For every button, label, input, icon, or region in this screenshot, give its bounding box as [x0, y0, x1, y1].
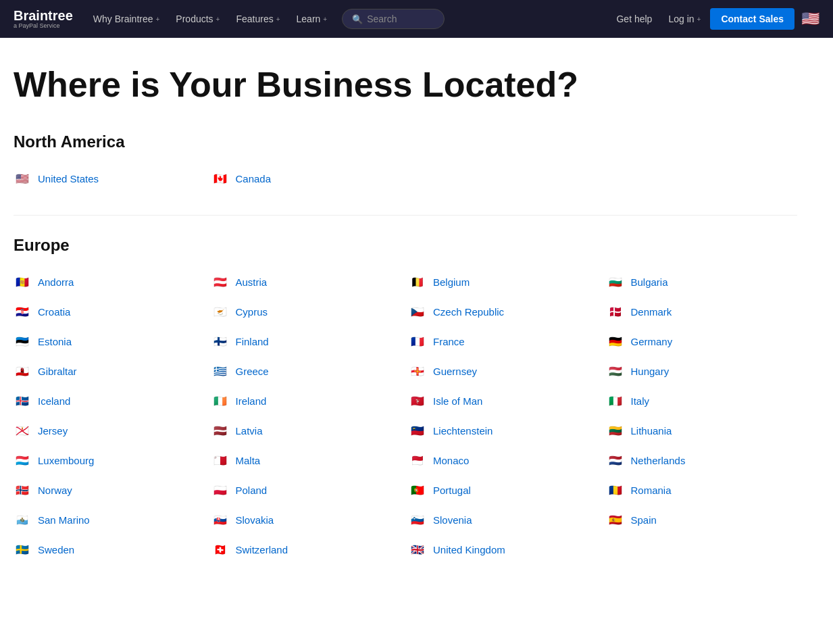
country-name-link[interactable]: Liechtenstein — [433, 425, 493, 437]
list-item[interactable]: 🇫🇷France — [409, 333, 600, 351]
country-name-link[interactable]: Guernsey — [433, 366, 477, 377]
list-item[interactable]: 🇨🇭Switzerland — [211, 541, 403, 559]
country-name-link[interactable]: Portugal — [433, 485, 471, 496]
list-item[interactable]: 🇦🇩Andorra — [14, 274, 205, 291]
list-item[interactable]: 🇸🇲San Marino — [14, 512, 205, 529]
list-item[interactable]: 🇩🇰Denmark — [607, 303, 798, 321]
list-item[interactable]: 🇪🇸Spain — [607, 512, 798, 529]
country-name-link[interactable]: Poland — [236, 485, 268, 496]
list-item[interactable]: 🇸🇪Sweden — [14, 541, 205, 559]
list-item[interactable]: 🇧🇬Bulgaria — [607, 274, 798, 291]
country-name-link[interactable]: Malta — [236, 455, 261, 466]
country-flag-icon: 🇨🇾 — [211, 303, 229, 321]
list-item[interactable]: 🇵🇹Portugal — [409, 482, 600, 499]
list-item[interactable]: 🇦🇹Austria — [211, 274, 403, 291]
country-name-link[interactable]: Romania — [631, 485, 672, 496]
list-item[interactable]: 🇩🇪Germany — [607, 333, 798, 351]
country-name-link[interactable]: Estonia — [38, 336, 72, 347]
country-flag-icon: 🇮🇸 — [14, 393, 31, 410]
list-item[interactable]: 🇬🇬Guernsey — [409, 363, 600, 380]
country-name-link[interactable]: Germany — [631, 336, 673, 347]
country-name-link[interactable]: Austria — [236, 276, 268, 288]
country-name-link[interactable]: United Kingdom — [433, 544, 505, 555]
country-flag-icon: 🇩🇰 — [607, 303, 624, 321]
list-item[interactable]: 🇪🇪Estonia — [14, 333, 205, 351]
country-name-link[interactable]: Cyprus — [236, 306, 268, 318]
braintree-logo[interactable]: Braintree a PayPal Service — [14, 9, 73, 30]
country-name-link[interactable]: Monaco — [433, 455, 469, 466]
nav-products[interactable]: Products + — [169, 0, 226, 38]
list-item[interactable]: 🇸🇰Slovakia — [211, 512, 403, 529]
login-button[interactable]: Log in + — [661, 0, 707, 38]
country-name-link[interactable]: Italy — [631, 395, 650, 407]
list-item[interactable]: 🇮🇹Italy — [607, 393, 798, 410]
list-item[interactable]: 🇫🇮Finland — [211, 333, 403, 351]
country-name-link[interactable]: Denmark — [631, 306, 672, 318]
search-input[interactable] — [367, 14, 434, 24]
country-name-link[interactable]: Norway — [38, 485, 72, 496]
list-item[interactable]: 🇷🇴Romania — [607, 482, 798, 499]
list-item[interactable]: 🇬🇮Gibraltar — [14, 363, 205, 380]
list-item[interactable]: 🇱🇹Lithuania — [607, 422, 798, 440]
list-item[interactable]: 🇯🇪Jersey — [14, 422, 205, 440]
nav-learn[interactable]: Learn + — [290, 0, 334, 38]
country-name-link[interactable]: Czech Republic — [433, 306, 504, 318]
list-item[interactable]: 🇱🇮Liechtenstein — [409, 422, 600, 440]
nav-features[interactable]: Features + — [229, 0, 286, 38]
country-name-link[interactable]: Croatia — [38, 306, 70, 318]
list-item[interactable]: 🇳🇱Netherlands — [607, 452, 798, 470]
list-item[interactable]: 🇮🇸Iceland — [14, 393, 205, 410]
country-name-link[interactable]: Bulgaria — [631, 276, 668, 288]
get-help-button[interactable]: Get help — [609, 0, 659, 38]
country-name-link[interactable]: Belgium — [433, 276, 470, 288]
list-item[interactable]: 🇱🇺Luxembourg — [14, 452, 205, 470]
country-flag-icon: 🇵🇹 — [409, 482, 426, 499]
list-item[interactable]: 🇧🇪Belgium — [409, 274, 600, 291]
country-name-link[interactable]: Lithuania — [631, 425, 672, 437]
country-name-link[interactable]: Gibraltar — [38, 366, 77, 377]
list-item[interactable]: 🇬🇧United Kingdom — [409, 541, 600, 559]
country-name-link[interactable]: Latvia — [236, 425, 263, 437]
country-name-link[interactable]: Spain — [631, 514, 657, 526]
contact-sales-button[interactable]: Contact Sales — [710, 8, 794, 30]
country-name-link[interactable]: France — [433, 336, 465, 347]
list-item[interactable]: 🇳🇴Norway — [14, 482, 205, 499]
country-name-link[interactable]: Ireland — [236, 395, 267, 407]
country-name-link[interactable]: Switzerland — [236, 544, 288, 555]
country-name-link[interactable]: Jersey — [38, 425, 68, 437]
list-item[interactable]: 🇨🇦Canada — [211, 170, 403, 188]
list-item[interactable]: 🇭🇺Hungary — [607, 363, 798, 380]
search-box[interactable]: 🔍 — [342, 9, 445, 29]
country-name-link[interactable]: Hungary — [631, 366, 670, 377]
country-name-link[interactable]: Luxembourg — [38, 455, 94, 466]
list-item[interactable]: 🇲🇨Monaco — [409, 452, 600, 470]
list-item[interactable]: 🇵🇱Poland — [211, 482, 403, 499]
country-name-link[interactable]: Greece — [236, 366, 269, 377]
list-item[interactable]: 🇬🇷Greece — [211, 363, 403, 380]
country-name-link[interactable]: Netherlands — [631, 455, 686, 466]
country-name-link[interactable]: United States — [38, 173, 99, 184]
country-name-link[interactable]: Finland — [236, 336, 269, 347]
country-name-link[interactable]: Isle of Man — [433, 395, 482, 407]
list-item[interactable]: 🇸🇮Slovenia — [409, 512, 600, 529]
list-item[interactable]: 🇱🇻Latvia — [211, 422, 403, 440]
list-item[interactable]: 🇮🇲Isle of Man — [409, 393, 600, 410]
locale-flag-icon[interactable]: 🇺🇸 — [801, 10, 819, 28]
country-name-link[interactable]: San Marino — [38, 514, 90, 526]
country-name-link[interactable]: Sweden — [38, 544, 74, 555]
region-europe: Europe🇦🇩Andorra🇦🇹Austria🇧🇪Belgium🇧🇬Bulga… — [14, 215, 797, 559]
logo-sub-text: a PayPal Service — [14, 22, 73, 30]
nav-why-braintree[interactable]: Why Braintree + — [86, 0, 167, 38]
list-item[interactable]: 🇲🇹Malta — [211, 452, 403, 470]
country-name-link[interactable]: Andorra — [38, 276, 74, 288]
list-item[interactable]: 🇨🇾Cyprus — [211, 303, 403, 321]
list-item[interactable]: 🇮🇪Ireland — [211, 393, 403, 410]
list-item[interactable]: 🇭🇷Croatia — [14, 303, 205, 321]
country-name-link[interactable]: Slovenia — [433, 514, 472, 526]
country-name-link[interactable]: Iceland — [38, 395, 70, 407]
list-item[interactable]: 🇺🇸United States — [14, 170, 205, 188]
country-name-link[interactable]: Slovakia — [236, 514, 274, 526]
country-flag-icon: 🇲🇨 — [409, 452, 426, 470]
country-name-link[interactable]: Canada — [236, 173, 272, 184]
list-item[interactable]: 🇨🇿Czech Republic — [409, 303, 600, 321]
